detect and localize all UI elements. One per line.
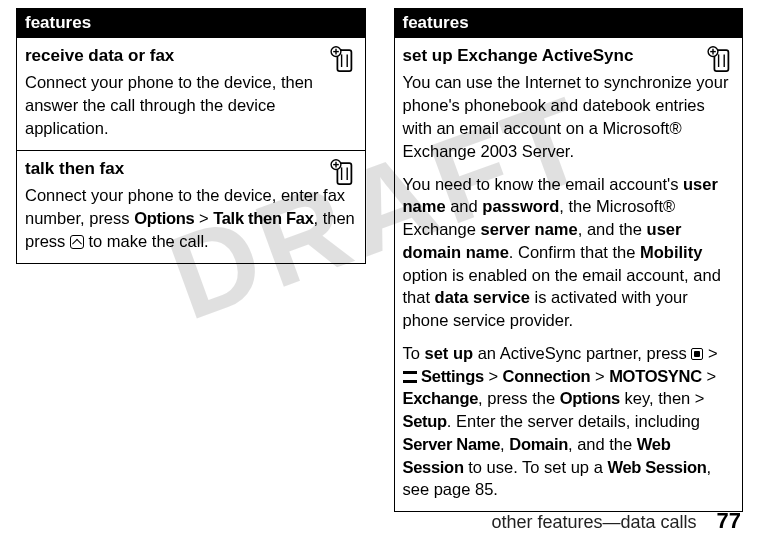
text: >	[484, 367, 503, 385]
paragraph-2: You need to know the email account's use…	[403, 173, 735, 332]
bold-data-service: data service	[435, 288, 530, 306]
bold-mobility: Mobility	[640, 243, 702, 261]
text: >	[590, 367, 609, 385]
cell-body: Connect your phone to the device, then a…	[25, 71, 357, 139]
text: >	[194, 209, 213, 227]
cell-title: set up Exchange ActiveSync	[403, 44, 735, 67]
feature-icon	[329, 46, 357, 80]
left-column: features receive data or fax Connect you…	[16, 8, 366, 264]
text: >	[703, 344, 717, 362]
bold-password: password	[482, 197, 559, 215]
text: and	[446, 197, 483, 215]
right-header: features	[395, 9, 743, 37]
sim-plus-icon	[706, 46, 734, 74]
sim-plus-icon	[329, 46, 357, 74]
menu-settings: Settings	[421, 367, 484, 385]
cell-body: Connect your phone to the device, enter …	[25, 184, 357, 252]
feature-icon	[706, 46, 734, 80]
menu-web-session: Web Session	[607, 458, 706, 476]
menu-motosync: MOTOSYNC	[609, 367, 702, 385]
paragraph-1: You can use the Internet to synchronize …	[403, 71, 735, 162]
right-column: features set up Exchange ActiveSync You …	[394, 8, 744, 512]
cell-title: receive data or fax	[25, 44, 357, 67]
menu-options: Options	[134, 209, 194, 227]
menu-exchange: Exchange	[403, 389, 479, 407]
menu-options: Options	[560, 389, 620, 407]
cell-activesync: set up Exchange ActiveSync You can use t…	[395, 37, 743, 511]
menu-setup: Setup	[403, 412, 447, 430]
menu-talk-then-fax: Talk then Fax	[213, 209, 313, 227]
footer-label: other features—data calls	[491, 512, 696, 533]
text: . Enter the server details, including	[447, 412, 700, 430]
cell-title: talk then fax	[25, 157, 357, 180]
text: , and the	[578, 220, 647, 238]
bold-set-up: set up	[425, 344, 474, 362]
send-key-icon	[70, 235, 84, 249]
bold-server-name: server name	[480, 220, 577, 238]
feature-icon	[329, 159, 357, 193]
text: >	[702, 367, 716, 385]
left-header: features	[17, 9, 365, 37]
text: to make the call.	[84, 232, 209, 250]
text: To	[403, 344, 425, 362]
text: . Confirm that the	[509, 243, 640, 261]
paragraph-3: To set up an ActiveSync partner, press >…	[403, 342, 735, 501]
text: , press the	[478, 389, 560, 407]
text: to use. To set up a	[464, 458, 608, 476]
text: , and the	[568, 435, 637, 453]
two-column-layout: features receive data or fax Connect you…	[0, 0, 759, 512]
cell-receive-data-fax: receive data or fax Connect your phone t…	[17, 37, 365, 150]
text: You need to know the email account's	[403, 175, 683, 193]
menu-server-name: Server Name	[403, 435, 501, 453]
sim-plus-icon	[329, 159, 357, 187]
text: ,	[500, 435, 509, 453]
menu-connection: Connection	[503, 367, 591, 385]
menu-domain: Domain	[509, 435, 568, 453]
text: key, then >	[620, 389, 705, 407]
center-key-icon	[691, 348, 703, 360]
cell-talk-then-fax: talk then fax Connect your phone to the …	[17, 150, 365, 263]
text: an ActiveSync partner, press	[473, 344, 691, 362]
settings-icon	[403, 371, 417, 383]
